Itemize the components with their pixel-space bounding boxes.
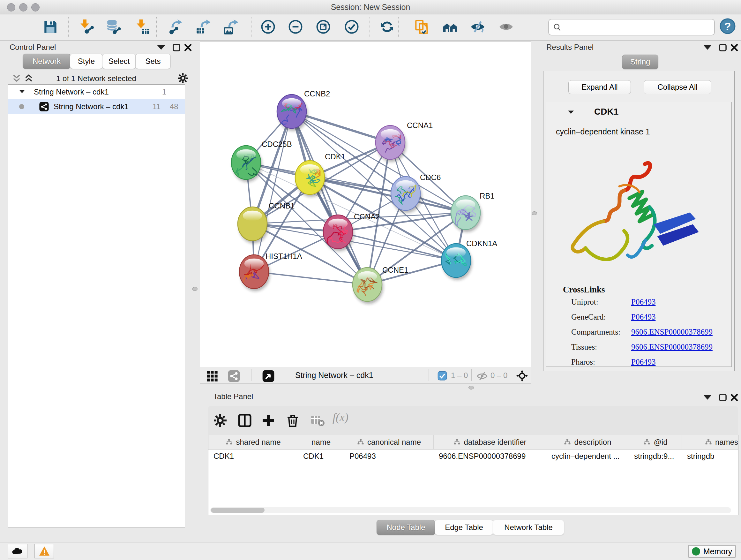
result-node-name: CDK1: [594, 107, 618, 117]
zoom-selected-button[interactable]: [343, 18, 360, 36]
right-splitter-handle[interactable]: [532, 211, 537, 215]
table-panel-float-icon[interactable]: [719, 393, 727, 401]
network-node-CDC6[interactable]: CDC6: [391, 173, 441, 213]
crosslink-link[interactable]: P06493: [631, 358, 656, 367]
show-columns-icon[interactable]: [237, 413, 253, 428]
apply-layout-button[interactable]: [378, 18, 396, 36]
network-node-HIST1H1A[interactable]: HIST1H1A: [239, 252, 302, 291]
hide-selected-button[interactable]: [469, 18, 487, 36]
network-options-gear-icon[interactable]: [177, 72, 189, 84]
network-row[interactable]: String Network – cdk1 11 48: [8, 99, 185, 114]
collapse-all-button[interactable]: Collapse All: [644, 80, 711, 94]
column-header-description[interactable]: description: [546, 435, 629, 449]
network-node-CDK1[interactable]: CDK1: [295, 152, 345, 197]
tab-sets[interactable]: Sets: [135, 54, 171, 69]
tab-network-table[interactable]: Network Table: [493, 520, 564, 535]
tree-expander-icon[interactable]: [19, 90, 25, 94]
column-type-icon: [225, 438, 233, 446]
export-image-button[interactable]: [222, 18, 240, 36]
help-button[interactable]: ?: [719, 17, 737, 36]
result-expander-icon[interactable]: [568, 111, 574, 114]
tab-network[interactable]: Network: [23, 54, 71, 69]
column-header-namespace[interactable]: namespace: [682, 435, 738, 449]
table-panel-close-icon[interactable]: [730, 393, 738, 401]
import-table-button[interactable]: [134, 18, 151, 36]
network-collection-row[interactable]: String Network – cdk1 1: [8, 84, 185, 99]
function-builder-fx[interactable]: f(x): [333, 411, 348, 424]
control-panel-close-icon[interactable]: [184, 44, 192, 52]
fit-selected-crosshair-icon[interactable]: [515, 369, 529, 382]
zoom-fit-button[interactable]: [314, 18, 332, 36]
show-hidden-button[interactable]: [497, 18, 515, 36]
grid-view-icon[interactable]: [206, 370, 219, 382]
tab-string[interactable]: String: [622, 55, 658, 69]
control-panel: Control Panel Network Style Select Sets …: [3, 42, 189, 530]
import-network-button[interactable]: [77, 18, 95, 36]
open-session-button[interactable]: [12, 18, 30, 36]
network-view-share-icon[interactable]: [227, 370, 240, 382]
control-panel-menu-icon[interactable]: [157, 44, 165, 52]
table-panel-menu-icon[interactable]: [703, 394, 712, 402]
copy-style-button[interactable]: [413, 18, 430, 36]
memory-label: Memory: [703, 547, 732, 556]
statusbar-separator: [251, 369, 252, 381]
table-row[interactable]: CDK1CDK1P064939606.ENSP00000378699cyclin…: [208, 449, 738, 463]
table-settings-gear-icon[interactable]: [212, 413, 228, 428]
column-header--id[interactable]: @id: [629, 435, 682, 449]
crosslink-link[interactable]: 9606.ENSP00000378699: [631, 343, 713, 352]
main-toolbar: ?: [0, 14, 741, 41]
network-edge[interactable]: [254, 272, 367, 285]
tab-node-table[interactable]: Node Table: [377, 520, 435, 535]
results-panel-float-icon[interactable]: [719, 44, 727, 52]
node-table: shared namenamecanonical namedatabase id…: [208, 435, 738, 515]
export-network-button[interactable]: [166, 18, 185, 36]
delete-column-trash-icon[interactable]: [285, 413, 300, 428]
crosslink-link[interactable]: 9606.ENSP00000378699: [631, 327, 713, 336]
zoom-out-button[interactable]: [286, 18, 305, 36]
search-input[interactable]: [564, 22, 711, 32]
results-panel-menu-icon[interactable]: [703, 44, 712, 52]
save-session-button[interactable]: [42, 18, 59, 36]
left-splitter-handle[interactable]: [192, 287, 198, 291]
tab-style[interactable]: Style: [70, 54, 103, 69]
network-edge[interactable]: [338, 232, 456, 260]
cloud-status-button[interactable]: [8, 544, 27, 558]
crosslink-row: Uniprot:P06493: [571, 298, 724, 307]
birds-eye-view-icon[interactable]: [262, 370, 275, 382]
hidden-eye-slash-icon[interactable]: [476, 370, 488, 381]
column-header-shared-name[interactable]: shared name: [208, 435, 298, 449]
bottom-splitter-handle[interactable]: [468, 386, 474, 389]
create-column-plus-icon[interactable]: [261, 413, 276, 428]
tab-edge-table[interactable]: Edge Table: [434, 520, 493, 535]
network-node-CCNE1[interactable]: CCNE1: [353, 266, 408, 304]
network-node-CDKN1A[interactable]: CDKN1A: [441, 239, 497, 280]
expand-all-button[interactable]: Expand All: [568, 80, 631, 94]
scrollbar-thumb[interactable]: [211, 508, 265, 513]
column-header-name[interactable]: name: [298, 435, 344, 449]
column-header-database-identifier[interactable]: database identifier: [434, 435, 546, 449]
warning-status-button[interactable]: [35, 544, 54, 558]
network-canvas[interactable]: CCNB2CCNA1CDC25BCDK1CDC6RB1CCNB1CCNA2CDK…: [200, 42, 531, 367]
export-table-button[interactable]: [194, 18, 212, 36]
crosslink-link[interactable]: P06493: [631, 313, 656, 321]
string-results-container: Expand All Collapse All CDK1 cyclin–depe…: [543, 71, 735, 371]
crosslink-link[interactable]: P06493: [631, 298, 656, 307]
network-edge[interactable]: [254, 111, 292, 272]
column-header-canonical-name[interactable]: canonical name: [344, 435, 434, 449]
delete-table-icon[interactable]: [310, 413, 325, 428]
selected-nodes-checkbox[interactable]: [437, 371, 447, 381]
network-node-CCNB2[interactable]: CCNB2: [277, 89, 330, 131]
network-node-CDC25B[interactable]: CDC25B: [231, 140, 292, 182]
zoom-in-button[interactable]: [259, 18, 277, 36]
help-icon: ?: [720, 18, 736, 34]
control-panel-float-icon[interactable]: [172, 44, 181, 52]
network-node-RB1[interactable]: RB1: [451, 192, 495, 232]
memory-button[interactable]: Memory: [688, 545, 736, 558]
tab-select[interactable]: Select: [102, 54, 136, 69]
crosslink-label: Pharos:: [571, 358, 631, 367]
import-network-from-database-button[interactable]: [105, 18, 122, 36]
show-all-views-button[interactable]: [441, 18, 459, 36]
network-edge[interactable]: [292, 111, 367, 285]
results-panel-close-icon[interactable]: [730, 44, 738, 52]
node-label: CDC6: [420, 173, 441, 182]
